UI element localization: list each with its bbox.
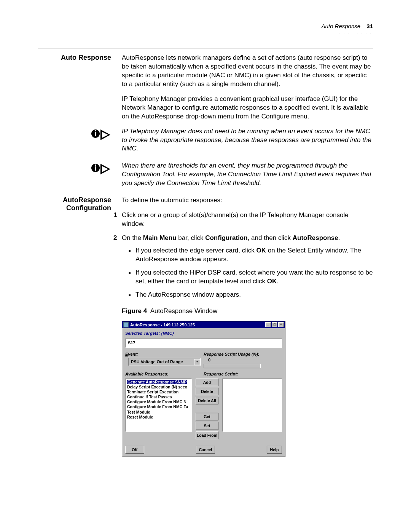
window-title: AutoResponse - 149.112.250.125	[130, 322, 195, 328]
titlebar[interactable]: AutoResponse - 149.112.250.125 _ □ ×	[122, 321, 285, 329]
note-2: When there are thresholds for an event, …	[122, 161, 373, 188]
usage-bar	[204, 364, 261, 368]
event-combo[interactable]: PSU Voltage Out of Range ▾	[128, 358, 201, 366]
page-number: 31	[366, 23, 373, 29]
set-button[interactable]: Set	[196, 422, 218, 430]
intro-para-1: AutoResponse lets network managers defin…	[122, 54, 373, 89]
minimize-button[interactable]: _	[265, 322, 271, 327]
note-1: IP Telephony Manager does not need to be…	[122, 127, 373, 153]
available-responses-list[interactable]: Generate AutoResponse SNMP Delay Script …	[125, 379, 192, 432]
svg-rect-6	[95, 165, 96, 166]
delete-button[interactable]: Delete	[196, 388, 218, 395]
event-value: PSU Voltage Out of Range	[129, 358, 194, 366]
divider	[38, 48, 373, 48]
add-button[interactable]: Add	[196, 379, 218, 386]
chevron-down-icon[interactable]: ▾	[194, 359, 200, 365]
intro-para-2: IP Telephony Manager provides a convenie…	[122, 95, 373, 121]
figure-caption: Figure 4 AutoResponse Window	[122, 307, 373, 316]
note-icon	[38, 127, 122, 153]
section-heading: Auto Response	[38, 54, 122, 127]
list-item[interactable]: Terminate Script Execution	[127, 390, 178, 394]
response-script-label: Response Script:	[204, 371, 282, 377]
list-item[interactable]: Configure Module From NMC N	[127, 399, 186, 404]
load-from-button[interactable]: Load From	[196, 431, 218, 439]
cancel-button[interactable]: Cancel	[196, 446, 215, 454]
list-item[interactable]: Delay Script Execution (N) seco	[127, 385, 187, 389]
svg-rect-1	[95, 130, 96, 131]
note-icon	[38, 161, 122, 188]
header-dots: · · · · · · · ·	[38, 31, 373, 35]
help-button[interactable]: Help	[267, 446, 282, 454]
get-button[interactable]: Get	[196, 413, 218, 420]
response-script-list[interactable]	[222, 379, 282, 432]
bullet-1: If you selected the edge server card, cl…	[129, 246, 373, 264]
running-section: Auto Response	[322, 23, 361, 29]
config-intro: To define the automatic responses:	[122, 196, 373, 205]
subsection-heading: AutoResponse Configuration	[38, 196, 122, 457]
list-item[interactable]: Reset Module	[127, 415, 153, 419]
svg-rect-2	[95, 132, 96, 136]
list-item[interactable]: Test Module	[127, 410, 150, 414]
list-item[interactable]: Configure Module From NMC Fa	[127, 404, 188, 409]
usage-label: Response Script Usage (%):	[204, 351, 282, 357]
list-item[interactable]: Generate AutoResponse SNMP	[127, 380, 187, 384]
event-label: Event:	[125, 351, 204, 357]
step-1: Click one or a group of slot(s)/channel(…	[122, 211, 373, 228]
ok-button[interactable]: OK	[125, 446, 144, 454]
available-label: Available Responses:	[125, 371, 204, 377]
svg-rect-7	[95, 166, 96, 171]
running-header: Auto Response 31	[38, 23, 373, 29]
bullet-2: If you selected the HiPer DSP card, sele…	[129, 268, 373, 286]
autoresponse-window: AutoResponse - 149.112.250.125 _ □ × Sel…	[122, 321, 285, 457]
maximize-button[interactable]: □	[272, 322, 277, 327]
usage-value: 0	[208, 357, 282, 363]
targets-list[interactable]: S17	[125, 339, 282, 348]
delete-all-button[interactable]: Delete All	[196, 397, 218, 404]
bullet-3: The AutoResponse window appears.	[129, 291, 373, 299]
app-icon	[123, 322, 129, 328]
step-2: On the Main Menu bar, click Configuratio…	[122, 234, 373, 299]
close-button[interactable]: ×	[278, 322, 284, 327]
selected-targets-label: Selected Targets: {NMC}	[125, 331, 282, 336]
list-item[interactable]: Continue If Test Passes	[127, 395, 172, 399]
